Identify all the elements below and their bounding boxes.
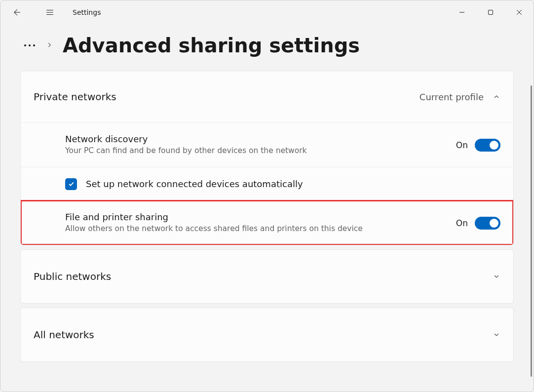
minimize-button[interactable] <box>448 0 476 24</box>
setting-text: Network discovery Your PC can find and b… <box>65 134 381 156</box>
svg-rect-1 <box>489 10 493 15</box>
setting-desc: Your PC can find and be found by other d… <box>65 146 381 156</box>
section-title: Public networks <box>34 271 111 282</box>
setting-title: File and printer sharing <box>65 212 381 222</box>
toggle-state-label: On <box>456 218 468 228</box>
close-button[interactable] <box>505 0 534 24</box>
section-title: All networks <box>34 329 94 341</box>
auto-setup-row: Set up network connected devices automat… <box>21 167 513 200</box>
dot-icon <box>33 44 35 46</box>
title-bar: Settings <box>0 0 534 24</box>
chevron-down-icon <box>493 331 500 339</box>
back-arrow-icon <box>13 8 22 17</box>
content-area: Private networks Current profile Network… <box>0 71 534 362</box>
current-profile-badge: Current profile <box>420 92 484 102</box>
setting-title: Network discovery <box>65 134 381 144</box>
app-title: Settings <box>73 8 101 16</box>
titlebar-left: Settings <box>7 2 101 22</box>
network-discovery-row: Network discovery Your PC can find and b… <box>21 122 513 167</box>
section-header-right: Current profile <box>420 92 500 102</box>
menu-button[interactable] <box>40 2 60 22</box>
maximize-icon <box>488 9 494 15</box>
minimize-icon <box>459 9 465 15</box>
toggle-state-label: On <box>456 140 468 150</box>
all-networks-section: All networks <box>20 308 514 362</box>
breadcrumb-overflow[interactable] <box>23 41 36 49</box>
window-controls <box>448 0 534 24</box>
section-header-right <box>493 273 500 280</box>
chevron-up-icon <box>493 93 500 101</box>
maximize-button[interactable] <box>476 0 505 24</box>
dot-icon <box>24 44 26 46</box>
section-title: Private networks <box>34 91 116 103</box>
auto-setup-label: Set up network connected devices automat… <box>86 179 303 189</box>
close-icon <box>516 9 522 15</box>
breadcrumb-chevron-icon <box>46 41 53 50</box>
auto-setup-checkbox[interactable] <box>65 178 77 190</box>
dot-icon <box>29 44 31 46</box>
page-title: Advanced sharing settings <box>63 34 360 57</box>
back-button[interactable] <box>7 2 27 22</box>
checkmark-icon <box>68 180 75 188</box>
private-networks-header[interactable]: Private networks Current profile <box>21 71 513 122</box>
network-discovery-toggle[interactable] <box>475 139 500 152</box>
toggle-group: On <box>456 217 500 230</box>
page-header: Advanced sharing settings <box>0 24 534 71</box>
section-header-right <box>493 331 500 339</box>
setting-text: File and printer sharing Allow others on… <box>65 212 381 234</box>
scrollbar[interactable] <box>531 85 532 377</box>
chevron-down-icon <box>493 273 500 280</box>
toggle-group: On <box>456 139 500 152</box>
file-printer-sharing-toggle[interactable] <box>475 217 500 230</box>
private-networks-section: Private networks Current profile Network… <box>20 71 514 245</box>
setting-desc: Allow others on the network to access sh… <box>65 224 381 234</box>
public-networks-header[interactable]: Public networks <box>21 250 513 303</box>
public-networks-section: Public networks <box>20 249 514 304</box>
hamburger-icon <box>45 8 54 17</box>
file-printer-sharing-row: File and printer sharing Allow others on… <box>21 200 513 245</box>
all-networks-header[interactable]: All networks <box>21 308 513 361</box>
